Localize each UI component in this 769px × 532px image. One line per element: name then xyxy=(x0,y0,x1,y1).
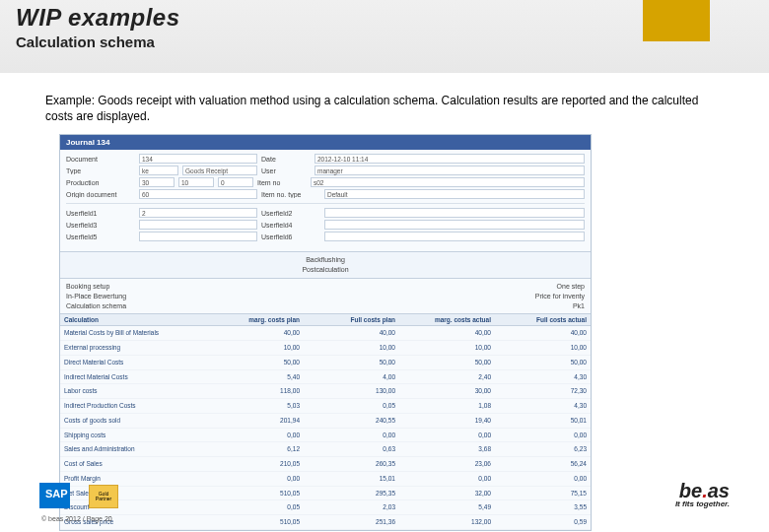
cell: 10,00 xyxy=(399,341,495,355)
label-uf5: Userfield5 xyxy=(66,233,135,240)
th-marg-actual: marg. costs actual xyxy=(399,314,495,325)
cell: 240,55 xyxy=(304,414,399,428)
cell: 4,30 xyxy=(495,370,591,384)
field-origin[interactable]: 60 xyxy=(139,189,257,199)
cell: 4,30 xyxy=(495,399,591,413)
field-prod-1[interactable]: 30 xyxy=(139,177,175,187)
cell: Shipping costs xyxy=(60,429,208,442)
field-user[interactable]: manager xyxy=(315,166,585,175)
cell: 40,00 xyxy=(208,326,304,340)
cell: 5,03 xyxy=(208,399,304,413)
panel-title: Journal 134 xyxy=(60,135,591,150)
cell: 1,08 xyxy=(399,399,495,413)
cell: External processing xyxy=(60,341,208,355)
mid-postcalc: Postcalculation xyxy=(60,265,591,275)
page-subtitle: Calculation schema xyxy=(16,33,155,50)
table-row: Labor costs118,00130,0030,0072,30 xyxy=(60,384,591,399)
cell: 3,68 xyxy=(399,442,495,456)
label-uf1: Userfield1 xyxy=(66,210,135,217)
field-prod-3[interactable]: 0 xyxy=(218,177,253,187)
cell: 0,05 xyxy=(304,399,399,413)
meta-schema-l: Calculation schema xyxy=(66,301,126,311)
cell: 4,00 xyxy=(304,370,399,384)
beas-brand-2: as xyxy=(708,480,730,501)
cell: 50,00 xyxy=(495,356,591,369)
table-row: External processing10,0010,0010,0010,00 xyxy=(60,341,591,356)
beas-logo: be.as It fits together. xyxy=(675,482,730,508)
copyright: © beas 2012 / Page 20 xyxy=(41,515,112,522)
field-prod-2[interactable]: 10 xyxy=(178,177,214,187)
table-row: Costs of goods sold201,94240,5519,4050,0… xyxy=(60,414,591,429)
cell: Direct Material Costs xyxy=(60,356,208,369)
table-row: Cost of Sales210,05260,3523,0656,24 xyxy=(60,457,591,472)
cell: 210,05 xyxy=(208,457,304,471)
label-item: Item no xyxy=(257,179,307,186)
field-uf3[interactable] xyxy=(139,220,257,230)
field-date[interactable]: 2012-12-10 11:14 xyxy=(315,154,585,164)
meta-booking-r: One step xyxy=(557,282,585,292)
meta-inplace-r: Price for inventy xyxy=(535,292,585,301)
field-uf4[interactable] xyxy=(324,220,585,230)
label-type: Type xyxy=(66,167,135,174)
cell: Labor costs xyxy=(60,384,208,398)
cell: 50,00 xyxy=(208,356,304,369)
field-type-code[interactable]: ke xyxy=(139,166,178,175)
table-row: Direct Material Costs50,0050,0050,0050,0… xyxy=(60,356,591,370)
cell: Sales and Administration xyxy=(60,442,208,456)
intro-text: Example: Goods receipt with valuation me… xyxy=(45,93,724,124)
table-row: Sales and Administration6,120,633,686,23 xyxy=(60,442,591,457)
label-uf4: Userfield4 xyxy=(261,222,320,229)
cell: 40,00 xyxy=(304,326,399,340)
sap-logo xyxy=(39,483,87,508)
cell: 201,94 xyxy=(208,414,304,428)
cell: 10,00 xyxy=(495,341,591,355)
cell: Indirect Production Costs xyxy=(60,399,208,413)
label-origin: Origin document xyxy=(66,191,135,198)
cell: 56,24 xyxy=(495,457,591,471)
th-marg-plan: marg. costs plan xyxy=(208,314,304,325)
cell: 0,63 xyxy=(304,442,399,456)
cell: Cost of Sales xyxy=(60,457,208,471)
header-accent xyxy=(643,0,710,41)
cell: 10,00 xyxy=(208,341,304,355)
cell: 72,30 xyxy=(495,384,591,398)
table-row: Indirect Material Costs5,404,002,404,30 xyxy=(60,370,591,385)
th-calc: Calculation xyxy=(60,314,208,325)
field-item[interactable]: s02 xyxy=(311,177,585,187)
th-full-actual: Full costs actual xyxy=(495,314,591,325)
meta-inplace-l: In-Place Bewertung xyxy=(66,292,126,301)
cell: 6,12 xyxy=(208,442,304,456)
beas-tagline: It fits together. xyxy=(675,499,730,508)
mid-backflushing: Backflushing xyxy=(60,255,591,265)
journal-panel: Journal 134 Document 134 Date 2012-12-10… xyxy=(59,134,592,530)
cell: 50,01 xyxy=(495,414,591,428)
table-header: Calculation marg. costs plan Full costs … xyxy=(60,313,591,326)
cell: 40,00 xyxy=(399,326,495,340)
cell: 2,40 xyxy=(399,370,495,384)
cell: Indirect Material Costs xyxy=(60,370,208,384)
field-itemtype[interactable]: Default xyxy=(324,189,585,199)
cell: 19,40 xyxy=(399,414,495,428)
cell: 130,00 xyxy=(304,384,399,398)
cell: 50,00 xyxy=(304,356,399,369)
th-full-plan: Full costs plan xyxy=(304,314,399,325)
cell: 0,00 xyxy=(495,429,591,442)
table-row: Shipping costs0,000,000,000,00 xyxy=(60,429,591,443)
field-uf5[interactable] xyxy=(139,232,257,241)
cell: Costs of goods sold xyxy=(60,414,208,428)
cell: 6,23 xyxy=(495,442,591,456)
field-uf6[interactable] xyxy=(324,232,585,241)
field-uf1[interactable]: 2 xyxy=(139,208,257,218)
table-row: Material Costs by Bill of Materials40,00… xyxy=(60,326,591,341)
cell: 0,00 xyxy=(304,429,399,442)
label-user: User xyxy=(261,167,311,174)
field-document[interactable]: 134 xyxy=(139,154,257,164)
cell: 30,00 xyxy=(399,384,495,398)
label-date: Date xyxy=(261,156,311,163)
label-uf2: Userfield2 xyxy=(261,210,320,217)
label-itemtype: Item no. type xyxy=(261,191,320,198)
cell: 118,00 xyxy=(208,384,304,398)
field-uf2[interactable] xyxy=(324,208,585,218)
field-type-name[interactable]: Goods Receipt xyxy=(182,166,257,175)
cell: 40,00 xyxy=(495,326,591,340)
